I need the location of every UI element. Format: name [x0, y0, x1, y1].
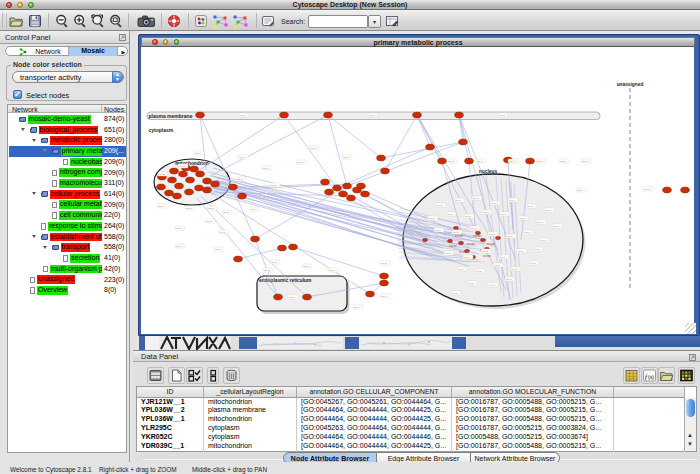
svg-text:[xx-x]: [xx-x]	[381, 262, 387, 265]
svg-text:[xx-x]: [xx-x]	[240, 114, 246, 117]
svg-text:cytoplasm: cytoplasm	[149, 127, 174, 133]
svg-text:[xx-x]: [xx-x]	[186, 207, 192, 210]
svg-text:[xx-x]: [xx-x]	[499, 114, 505, 117]
svg-text:[xx-x]: [xx-x]	[437, 204, 443, 207]
svg-text:[xx-x]: [xx-x]	[435, 229, 441, 232]
svg-text:[xx-x]: [xx-x]	[509, 160, 515, 163]
svg-text:[xx-x]: [xx-x]	[179, 165, 185, 168]
svg-text:[xx-x]: [xx-x]	[354, 306, 360, 309]
svg-text:[xx-x]: [xx-x]	[494, 264, 500, 267]
svg-text:[xx-x]: [xx-x]	[473, 197, 479, 200]
svg-text:endoplasmic reticulum: endoplasmic reticulum	[259, 278, 311, 283]
svg-text:[xx-x]: [xx-x]	[158, 205, 164, 208]
svg-text:[xx-x]: [xx-x]	[329, 269, 335, 272]
svg-text:[xx-x]: [xx-x]	[553, 225, 559, 228]
svg-text:[xx-x]: [xx-x]	[447, 213, 453, 216]
svg-text:xx:xxx: xx:xxx	[473, 234, 481, 238]
svg-text:xx:xxx: xx:xxx	[455, 234, 463, 238]
svg-text:[xx-x]: [xx-x]	[208, 207, 214, 210]
svg-text:[xx-x]: [xx-x]	[530, 262, 536, 265]
svg-text:[xx-x]: [xx-x]	[464, 256, 470, 259]
svg-text:[xx-x]: [xx-x]	[220, 231, 226, 234]
svg-text:[xx-x]: [xx-x]	[239, 156, 245, 159]
svg-text:xx:xxx: xx:xxx	[467, 242, 475, 246]
svg-text:[xx-x]: [xx-x]	[343, 156, 349, 159]
svg-text:[xx-x]: [xx-x]	[506, 278, 512, 281]
svg-text:[xx-x]: [xx-x]	[500, 256, 506, 259]
svg-text:[xx-x]: [xx-x]	[512, 268, 518, 271]
svg-text:[xx-x]: [xx-x]	[482, 250, 488, 253]
svg-text:[xx-x]: [xx-x]	[237, 178, 243, 181]
svg-text:[xx-x]: [xx-x]	[537, 160, 543, 163]
svg-text:[xx-x]: [xx-x]	[518, 250, 524, 253]
svg-text:[xx-x]: [xx-x]	[471, 227, 477, 230]
svg-text:[xx-x]: [xx-x]	[215, 248, 221, 251]
svg-text:[xx-x]: [xx-x]	[534, 248, 540, 251]
svg-text:[xx-x]: [xx-x]	[176, 227, 182, 230]
svg-text:[xx-x]: [xx-x]	[369, 114, 375, 117]
svg-text:xx:xxx: xx:xxx	[487, 242, 495, 246]
svg-text:[xx-x]: [xx-x]	[297, 161, 303, 164]
svg-text:plasma membrane: plasma membrane	[149, 113, 193, 119]
svg-text:[xx-x]: [xx-x]	[271, 261, 277, 264]
svg-text:[xx-x]: [xx-x]	[509, 199, 515, 202]
svg-text:unassigned: unassigned	[617, 82, 644, 87]
svg-text:[xx-x]: [xx-x]	[381, 295, 387, 298]
svg-text:[xx-x]: [xx-x]	[541, 239, 547, 242]
svg-text:[xx-x]: [xx-x]	[271, 184, 277, 187]
svg-text:[xx-x]: [xx-x]	[489, 233, 495, 236]
svg-text:[xx-x]: [xx-x]	[577, 189, 583, 192]
svg-text:[xx-x]: [xx-x]	[289, 296, 295, 299]
svg-text:[xx-x]: [xx-x]	[263, 167, 269, 170]
svg-text:[xx-x]: [xx-x]	[483, 211, 489, 214]
svg-text:[xx-x]: [xx-x]	[560, 160, 566, 163]
svg-text:[xx-x]: [xx-x]	[445, 252, 451, 255]
svg-text:[xx-x]: [xx-x]	[545, 209, 551, 212]
svg-text:[xx-x]: [xx-x]	[477, 160, 483, 163]
svg-text:(x): (x)	[648, 374, 654, 380]
svg-text:[xx-x]: [xx-x]	[527, 205, 533, 208]
svg-text:[xx-x]: [xx-x]	[264, 269, 270, 272]
svg-text:[xx-x]: [xx-x]	[195, 152, 201, 155]
svg-text:[xx-x]: [xx-x]	[476, 270, 482, 273]
svg-text:[xx-x]: [xx-x]	[176, 245, 182, 248]
svg-text:[xx-x]: [xx-x]	[489, 284, 495, 287]
svg-text:[xx-x]: [xx-x]	[458, 268, 464, 271]
svg-text:xx:xxx: xx:xxx	[483, 254, 491, 258]
svg-text:[xx-x]: [xx-x]	[452, 292, 458, 295]
svg-text:[xx-x]: [xx-x]	[501, 213, 507, 216]
svg-text:[xx-x]: [xx-x]	[468, 282, 474, 285]
svg-text:[xx-x]: [xx-x]	[223, 211, 229, 214]
svg-text:[xx-x]: [xx-x]	[519, 217, 525, 220]
svg-text:xx:xxx: xx:xxx	[459, 250, 467, 254]
svg-text:[xx-x]: [xx-x]	[159, 173, 165, 176]
svg-text:[xx-x]: [xx-x]	[507, 235, 513, 238]
svg-text:[xx-x]: [xx-x]	[303, 265, 309, 268]
svg-text:[xx-x]: [xx-x]	[644, 188, 650, 191]
svg-text:[xx-x]: [xx-x]	[448, 160, 454, 163]
svg-text:[xx-x]: [xx-x]	[465, 215, 471, 218]
svg-text:[xx-x]: [xx-x]	[582, 160, 588, 163]
svg-text:[xx-x]: [xx-x]	[455, 199, 461, 202]
svg-text:[xx-x]: [xx-x]	[491, 202, 497, 205]
svg-text:[xx-x]: [xx-x]	[310, 147, 316, 150]
svg-text:xx:xxx: xx:xxx	[449, 244, 457, 248]
svg-text:[xx-x]: [xx-x]	[525, 231, 531, 234]
svg-text:[xx-x]: [xx-x]	[537, 221, 543, 224]
svg-text:[xx-x]: [xx-x]	[453, 231, 459, 234]
svg-text:[xx-x]: [xx-x]	[429, 217, 435, 220]
svg-text:[xx-x]: [xx-x]	[206, 220, 212, 223]
svg-text:[xx-x]: [xx-x]	[251, 208, 257, 211]
